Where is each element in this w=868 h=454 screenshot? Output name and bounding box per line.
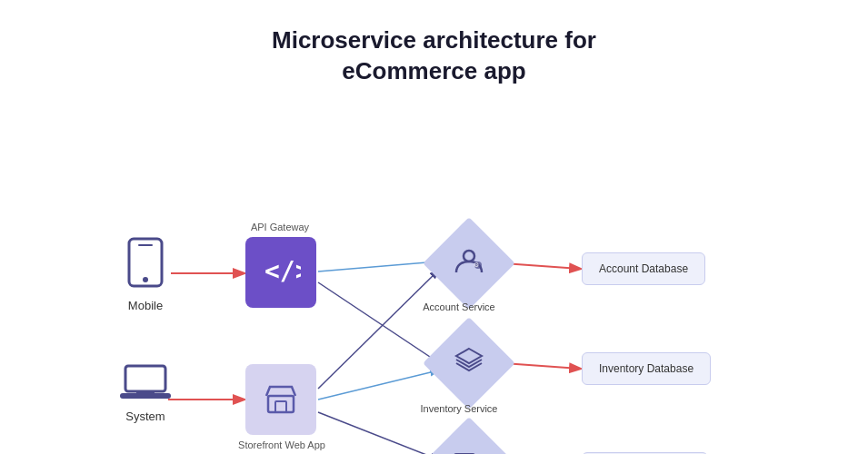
system-icon [118,364,173,404]
title-area: Microservice architecture for eCommerce … [0,0,868,87]
storefront-icon [263,381,299,418]
shipping-service-diamond [423,417,515,454]
svg-rect-17 [268,396,294,412]
api-gateway-icon: </> [261,252,301,292]
mobile-icon [125,237,165,293]
title-line2: eCommerce app [342,57,525,84]
svg-rect-13 [125,366,165,391]
svg-point-19 [464,251,474,262]
account-db-label: Account Database [599,262,688,275]
mobile-label: Mobile [128,299,163,312]
svg-rect-15 [136,391,155,395]
inventory-service-diamond [423,317,515,410]
api-gateway-label: API Gateway [225,222,334,232]
diagram: Mobile System API Gateway </> Storefront… [0,96,868,450]
storefront-label: Storefront Web App [225,439,338,450]
svg-rect-18 [275,401,286,412]
account-service-diamond: ⚙ [423,217,515,310]
svg-rect-12 [138,244,153,246]
inventory-service-label: Inventory Service [418,403,500,414]
svg-line-2 [318,262,438,271]
svg-point-11 [143,277,148,282]
shipping-service-icon [453,445,485,454]
system-label: System [125,410,165,423]
title-line1: Microservice architecture for [272,26,596,54]
svg-line-3 [318,282,438,362]
api-gateway-box: </> [245,237,316,308]
account-database-box: Account Database [582,252,705,285]
system-node: System [118,364,173,423]
storefront-box [245,364,316,435]
svg-line-8 [504,363,580,369]
mobile-node: Mobile [125,237,165,312]
svg-text:⚙: ⚙ [474,262,479,268]
inventory-database-box: Inventory Database [582,352,711,385]
main-title: Microservice architecture for eCommerce … [0,25,868,87]
svg-line-5 [318,370,438,400]
account-service-label: Account Service [418,301,500,312]
svg-line-4 [318,271,438,389]
account-service-icon: ⚙ [453,245,485,281]
svg-text:</>: </> [264,256,301,286]
inventory-db-label: Inventory Database [599,362,693,375]
inventory-service-icon [453,345,485,381]
svg-line-7 [504,263,580,269]
